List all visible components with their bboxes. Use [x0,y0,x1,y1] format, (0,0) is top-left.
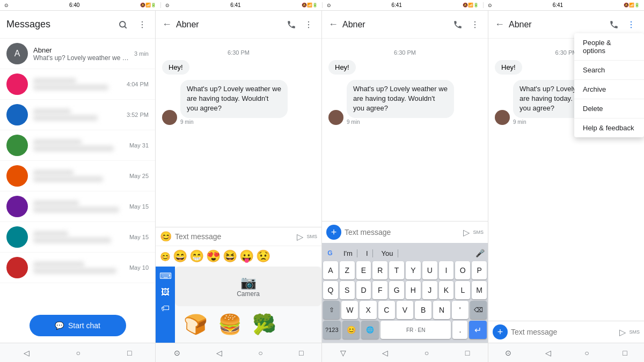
key-x[interactable]: X [360,301,376,319]
key-o[interactable]: O [455,261,470,279]
emoji-6[interactable]: 😟 [256,249,270,263]
space-key[interactable]: FR · EN [380,321,451,339]
mic-icon[interactable]: 🎤 [475,249,485,257]
start-chat-button[interactable]: 💬 Start chat [30,315,126,336]
more-options-icon[interactable] [136,18,149,31]
send-button-1[interactable]: ▷ [297,232,303,242]
emoji-tab-icon[interactable]: 😊 [160,252,171,262]
dropdown-item-help-feedback[interactable]: Help & feedback [574,119,644,137]
dropdown-item-search[interactable]: Search [574,61,644,80]
key-v[interactable]: V [397,301,413,319]
key-i[interactable]: I [439,261,454,279]
search-icon[interactable] [116,18,129,31]
list-item[interactable]: 3:52 PM [0,100,155,130]
sticker-3[interactable]: 🥦 [248,308,280,341]
more-options-icon-2[interactable] [469,18,481,31]
key-d[interactable]: D [356,281,371,299]
list-item[interactable]: 4:04 PM [0,69,155,100]
recents-nav-icon-4[interactable]: □ [623,349,627,357]
home-nav-icon-2[interactable]: ○ [258,349,262,357]
key-c[interactable]: C [378,301,395,319]
text-input-1[interactable] [175,232,294,241]
emoji-4[interactable]: 😆 [223,249,237,263]
key-y[interactable]: Y [406,261,421,279]
home-nav-icon[interactable]: ○ [76,349,80,357]
text-input-3[interactable] [511,328,616,336]
suggestion-2[interactable]: I [362,249,373,257]
call-icon-2[interactable] [451,18,464,31]
back-nav-icon-2[interactable]: ⊙ [174,349,180,357]
recents-nav-icon[interactable]: □ [127,349,131,357]
more-options-icon-3[interactable] [625,18,638,31]
send-button-3[interactable]: ▷ [619,327,626,337]
camera-area[interactable]: 📷 Camera [175,267,321,306]
emoji-1[interactable]: 😄 [173,249,187,263]
list-item[interactable]: May 15 [0,191,155,222]
emoji-keyboard-key[interactable]: 😊 [342,321,360,339]
sticker-icon[interactable]: 🏷 [161,304,170,313]
back-nav-icon-5[interactable]: ◁ [382,349,388,357]
call-icon-3[interactable] [608,18,620,31]
back-button-2[interactable]: ← [328,19,338,30]
numbers-key[interactable]: ?123 [323,321,341,339]
sticker-2[interactable]: 🍔 [214,308,246,341]
key-w[interactable]: W [341,301,358,319]
keyboard-icon[interactable]: ⌨ [159,271,172,281]
key-z[interactable]: Z [340,261,355,279]
key-q[interactable]: Q [323,281,338,299]
home-nav-icon-3[interactable]: ○ [425,349,429,357]
back-button-3[interactable]: ← [495,19,504,30]
key-f[interactable]: F [372,281,387,299]
back-nav-icon[interactable]: ◁ [24,349,30,357]
suggestion-1[interactable]: I'm [339,249,357,257]
back-nav-icon-6[interactable]: ⊙ [505,349,511,357]
dropdown-item-archive[interactable]: Archive [574,80,644,99]
back-nav-icon-4[interactable]: ▽ [340,349,346,357]
shift-key[interactable]: ⇧ [323,301,340,319]
text-input-2[interactable] [345,228,460,237]
list-item[interactable]: A Abner What's up? Lovely weather we are… [0,39,155,69]
list-item[interactable]: May 31 [0,130,155,161]
more-options-icon-1[interactable] [302,18,315,31]
backspace-key[interactable]: ⌫ [470,301,487,319]
photo-icon[interactable]: 🖼 [161,287,170,297]
list-item[interactable]: May 15 [0,222,155,253]
back-nav-icon-7[interactable]: ◁ [545,349,551,357]
key-n[interactable]: N [433,301,450,319]
enter-key[interactable]: ↵ [469,321,487,339]
send-button-2[interactable]: ▷ [463,227,470,238]
emoji-5[interactable]: 😛 [239,249,254,263]
key-m[interactable]: M [472,281,487,299]
key-e[interactable]: E [356,261,371,279]
key-a[interactable]: A [323,261,338,279]
emoji-3[interactable]: 😍 [206,249,221,263]
recents-nav-icon-3[interactable]: □ [465,349,470,357]
period-key[interactable]: . [452,321,467,339]
key-apostrophe[interactable]: ' [452,301,469,319]
list-item[interactable]: May 10 [0,253,155,283]
key-t[interactable]: T [389,261,404,279]
emoji-icon-1[interactable]: 😊 [160,231,172,242]
add-button-3[interactable]: + [493,324,508,339]
sticker-1[interactable]: 🍞 [179,308,211,341]
key-u[interactable]: U [422,261,437,279]
emoji-2[interactable]: 😁 [189,249,204,263]
globe-key[interactable]: 🌐 [361,321,379,339]
back-nav-icon-3[interactable]: ◁ [216,349,222,357]
key-k[interactable]: K [439,281,454,299]
dropdown-item-delete[interactable]: Delete [574,99,644,119]
key-l[interactable]: L [455,281,470,299]
list-item[interactable]: May 25 [0,161,155,191]
key-p[interactable]: P [472,261,487,279]
key-s[interactable]: S [340,281,355,299]
add-button-2[interactable]: + [326,225,341,240]
suggestion-3[interactable]: You [377,249,398,257]
home-nav-icon-4[interactable]: ○ [584,349,589,357]
key-b[interactable]: B [415,301,431,319]
dropdown-item-people-options[interactable]: People & options [574,33,644,61]
back-button-1[interactable]: ← [162,19,172,30]
key-j[interactable]: J [422,281,437,299]
key-g[interactable]: G [389,281,404,299]
key-h[interactable]: H [406,281,421,299]
recents-nav-icon-2[interactable]: □ [299,349,303,357]
